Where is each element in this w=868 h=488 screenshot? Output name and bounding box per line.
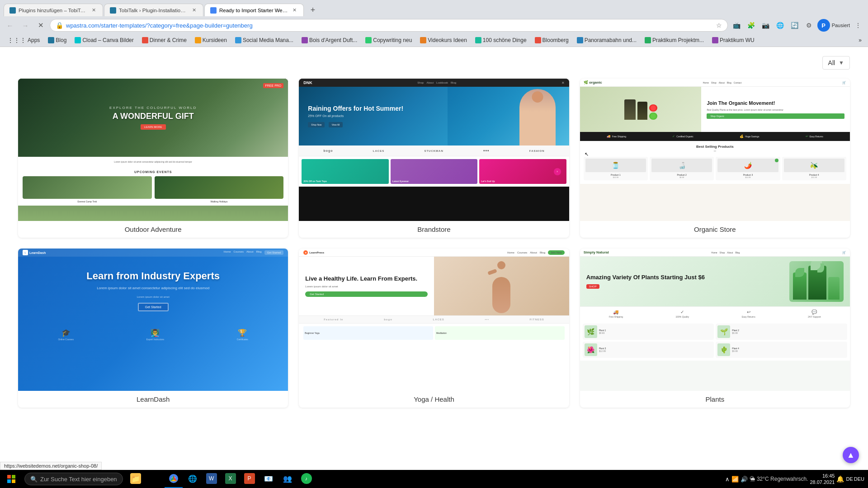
taskbar-taskview[interactable]: ⧉: [146, 470, 164, 488]
status-bar: https://websitedemos.net/organic-shop-08…: [0, 462, 102, 470]
template-card-organic[interactable]: 🌿 organic Home Shop About Blog Contact 🛒: [580, 79, 850, 238]
bookmark-panorama[interactable]: Panoramabahn und...: [573, 36, 640, 44]
taskbar-teams[interactable]: 👥: [278, 470, 297, 488]
profile-button[interactable]: P: [817, 19, 830, 32]
bookmark-social[interactable]: Social Media Mana...: [231, 36, 297, 44]
bookmark-star-icon[interactable]: ☆: [716, 22, 722, 29]
url-text: wpastra.com/starter-templates/?category=…: [66, 22, 713, 29]
template-card-plants[interactable]: Simply Natural Home Shop About Blog 🛒 Am…: [580, 249, 850, 408]
bookmark-schone[interactable]: 100 schöne Dinge: [472, 36, 530, 44]
tab-2-close[interactable]: ✕: [190, 7, 198, 14]
outdoor-event-2-caption: Walking Holidays: [155, 200, 284, 203]
bookmark-bloomberg[interactable]: Bloomberg: [531, 36, 572, 44]
taskbar-clock[interactable]: 16:45 28.07.2021: [810, 473, 835, 486]
bookmark-apps[interactable]: ⋮⋮⋮ Apps: [4, 36, 43, 45]
start-button[interactable]: [0, 470, 23, 488]
organic-nav-shop: Shop: [711, 81, 717, 84]
bookmark-praktikum2[interactable]: Praktikum WU: [708, 36, 758, 44]
bookmark-praktikum1[interactable]: Praktikum Projektm...: [641, 36, 708, 44]
bookmark-kurs[interactable]: Kursideen: [191, 36, 231, 44]
template-card-yoga[interactable]: ● LearnPress Home Courses About Blog Joi…: [299, 249, 569, 408]
yoga-hero: Live a Healthy Life. Learn From Experts.…: [299, 257, 569, 315]
taskbar-powerpoint[interactable]: P: [241, 470, 259, 488]
taskbar-excel[interactable]: X: [222, 470, 240, 488]
more-bookmarks-button[interactable]: »: [856, 36, 864, 44]
bookmark-panorama-icon: [577, 37, 583, 43]
yoga-brand-1: bogo: [384, 318, 392, 321]
volume-icon[interactable]: 🔊: [741, 476, 748, 483]
tab-1[interactable]: Plugins hinzufügen – TobiTalk –... ✕: [4, 4, 103, 16]
plants-product-2-price: $6.99: [732, 332, 845, 334]
cast-icon[interactable]: 📺: [731, 19, 743, 32]
organic-product-1: 🫙 Product 1 $12.99: [584, 157, 648, 180]
template-card-learndash[interactable]: L LearnDash Home Courses About Blog Get …: [18, 249, 288, 408]
brandstore-arrow-icon: ›: [554, 168, 561, 175]
course-logo-icon: L: [23, 250, 28, 255]
plants-product-3-price: $12.99: [599, 350, 712, 352]
template-card-brandstore[interactable]: DNK Shop About Lookbook Blog ✕ Raining O…: [299, 79, 569, 238]
translate-icon[interactable]: 🌐: [774, 19, 787, 32]
plants-nav: Home Shop About Blog: [711, 251, 740, 254]
taskbar-search-text: Zur Suche Text hier eingeben: [40, 476, 117, 483]
yoga-product-1-text: Beginner Yoga: [305, 332, 320, 334]
bookmark-video[interactable]: Videokurs Ideen: [416, 36, 471, 44]
address-bar[interactable]: 🔒 wpastra.com/starter-templates/?categor…: [50, 19, 728, 32]
template-thumbnail-yoga: ● LearnPress Home Courses About Blog Joi…: [299, 249, 569, 391]
bookmark-copy[interactable]: Copywriting neu: [362, 36, 415, 44]
apps-grid-icon: ⋮⋮⋮: [7, 37, 26, 44]
filter-label: All: [828, 59, 835, 66]
bookmark-bois-label: Bois d'Argent Duft...: [309, 37, 357, 43]
plants-hero-text: Amazing Variety Of Plants Starting Just …: [586, 274, 783, 290]
edge-icon: 🌐: [187, 473, 198, 484]
network-icon[interactable]: 📶: [731, 476, 739, 483]
plants-product-4-info: Plant 4 $9.99: [732, 347, 845, 352]
tab-3-close[interactable]: ✕: [291, 7, 298, 14]
extensions-icon[interactable]: 🧩: [745, 19, 758, 32]
bookmark-blog[interactable]: Blog: [44, 36, 70, 44]
organic-new-badge: [775, 159, 778, 162]
tab-3[interactable]: Ready to Import Starter Website... ✕: [204, 4, 304, 16]
outdoor-info: Lorem ipsum dolor sit amet consectetur a…: [18, 157, 288, 168]
settings-icon[interactable]: ⚙: [803, 19, 816, 32]
taskbar-spotify[interactable]: ♪: [297, 470, 316, 488]
taskbar-chrome[interactable]: [165, 470, 183, 488]
plants-products-grid: 🌿 Plant 1 $8.99 🌱 Plant 2 $6.: [583, 324, 847, 358]
brandstore-nav: Shop About Lookbook Blog: [417, 81, 456, 84]
powerpoint-icon: P: [244, 473, 255, 484]
tab-1-favicon: [9, 7, 16, 14]
bookmark-social-icon: [235, 37, 241, 43]
sync-icon[interactable]: 🔄: [788, 19, 801, 32]
template-card-outdoor[interactable]: FREE PRO EXPLORE THE COLOURFUL WORLD A W…: [18, 79, 288, 238]
bookmark-schone-label: 100 schöne Dinge: [483, 37, 527, 43]
course-logo: L LearnDash: [23, 250, 46, 255]
forward-button[interactable]: →: [19, 19, 32, 32]
taskbar-word[interactable]: W: [203, 470, 221, 488]
tab-2[interactable]: TobiTalk › Plugin-Installation —... ✕: [104, 4, 203, 16]
plants-cart-icon: 🛒: [842, 251, 846, 254]
bookmark-dinner[interactable]: Dinner & Crime: [138, 36, 190, 44]
bookmark-bois[interactable]: Bois d'Argent Duft...: [298, 36, 361, 44]
reload-button[interactable]: ✕: [34, 19, 47, 32]
filter-dropdown[interactable]: All ▼: [822, 56, 850, 70]
filter-chevron-icon: ▼: [839, 60, 844, 66]
taskbar-search-bar[interactable]: 🔍 Zur Suche Text hier eingeben: [24, 473, 123, 485]
notification-button[interactable]: 🔔: [836, 475, 844, 483]
template-thumbnail-plants: Simply Natural Home Shop About Blog 🛒 Am…: [580, 249, 850, 391]
screenshot-icon[interactable]: 📷: [760, 19, 772, 32]
back-button[interactable]: ←: [4, 19, 16, 32]
organic-bags: [624, 99, 657, 120]
brandstore-nav-item: Shop: [417, 81, 424, 84]
bookmark-canva[interactable]: Cload – Canva Bilder: [71, 36, 137, 44]
tab-1-close[interactable]: ✕: [90, 7, 97, 14]
taskbar-outlook[interactable]: 📧: [259, 470, 278, 488]
course-logo-text: LearnDash: [29, 251, 46, 254]
taskbar-explorer[interactable]: 📁: [127, 470, 145, 488]
taskbar-edge[interactable]: 🌐: [184, 470, 202, 488]
menu-button[interactable]: ⋮: [852, 19, 864, 32]
tray-up-icon[interactable]: ∧: [725, 476, 730, 483]
bookmark-praktikum2-icon: [712, 37, 718, 43]
new-tab-button[interactable]: +: [307, 4, 319, 16]
course-nav-btn: Get Started: [264, 250, 284, 255]
brandstore-hero: Raining Offers for Hot Summer! 25% OFF O…: [299, 87, 569, 145]
scroll-to-top-button[interactable]: ▲: [843, 447, 859, 463]
